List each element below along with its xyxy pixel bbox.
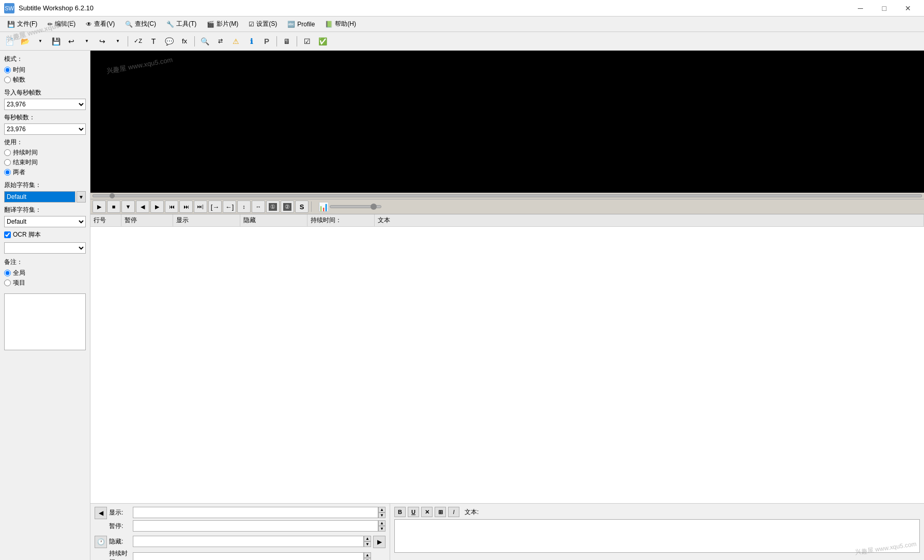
hide-time-input[interactable] [133, 536, 364, 547]
sub-out-button[interactable]: ←] [223, 200, 236, 213]
check2-button[interactable]: ✅ [315, 35, 330, 48]
show-time-down[interactable]: ▼ [378, 512, 386, 518]
show-time-spinner: ▲ ▼ [378, 507, 386, 518]
step-down-button[interactable]: ▼ [121, 200, 135, 213]
menu-movie[interactable]: 🎬 影片(M) [202, 18, 243, 30]
prev-frame-icon: ◀ [141, 204, 145, 210]
open-dropdown-icon: ▼ [38, 39, 42, 43]
notes-textarea[interactable] [4, 293, 86, 350]
undo-dropdown-button[interactable]: ▼ [80, 35, 94, 48]
fast-forward-button[interactable]: ⏭ [179, 200, 193, 213]
hide-time-up[interactable]: ▲ [364, 536, 371, 541]
end-button[interactable]: ⏭| [194, 200, 207, 213]
prev-sub-button[interactable]: ◀ [95, 507, 107, 519]
clock-button[interactable]: 🕐 [95, 536, 107, 548]
play-button[interactable]: ▶ [93, 200, 106, 213]
pause-time-input[interactable] [133, 520, 378, 532]
menu-tools[interactable]: 🔧 工具(T) [161, 18, 202, 30]
next-sub-button[interactable]: ▶ [373, 536, 386, 548]
menu-edit[interactable]: ✏ 编辑(E) [42, 18, 81, 30]
p-button[interactable]: P [259, 35, 274, 48]
charset-arrow[interactable]: ▼ [76, 191, 86, 203]
spell-check-button[interactable]: ✓Z [131, 35, 145, 48]
menu-find[interactable]: 🔍 查找(C) [120, 18, 161, 30]
edit-icon: ✏ [48, 21, 53, 28]
warning-button[interactable]: ⚠ [228, 35, 243, 48]
mark1-button[interactable]: ① [266, 200, 280, 213]
radio-frames[interactable]: 帧数 [4, 75, 86, 84]
comments-button[interactable]: 💬 [162, 35, 176, 48]
show-time-input[interactable] [133, 507, 378, 518]
ocr-select[interactable] [4, 242, 86, 254]
minimize-button[interactable]: ─ [849, 0, 872, 17]
show-time-up[interactable]: ▲ [378, 507, 386, 512]
delete-format-button[interactable]: ✕ [421, 507, 433, 517]
menu-view[interactable]: 👁 查看(V) [81, 18, 120, 30]
monitor-button[interactable]: 🖥 [280, 35, 294, 48]
snap-button[interactable]: S [295, 200, 309, 213]
prev-frame-button[interactable]: ◀ [136, 200, 149, 213]
main-layout: 兴趣屋 www.xqu5.com 模式： 时间 帧数 导入每秒帧数 23,976… [0, 51, 924, 560]
contract-sub-button[interactable]: ↔ [252, 200, 265, 213]
trans-charset-select[interactable]: Default [4, 216, 86, 227]
pause-time-row: 暂停: ▲ ▼ [109, 520, 386, 532]
check1-button[interactable]: ☑ [300, 35, 314, 48]
radio-endtime[interactable]: 结束时间 [4, 158, 86, 167]
rewind-icon: ⏮ [169, 204, 175, 210]
fx-button[interactable]: fx [177, 35, 192, 48]
charset-selected[interactable]: Default [4, 191, 75, 203]
expand-sub-button[interactable]: ↕ [237, 200, 251, 213]
bold-icon: B [398, 509, 402, 515]
progress-track[interactable] [93, 194, 922, 197]
col-header-hide: 隐藏 [240, 214, 307, 226]
rewind-button[interactable]: ⏮ [165, 200, 178, 213]
ocr-checkbox[interactable] [4, 231, 11, 238]
open-dropdown-button[interactable]: ▼ [33, 35, 48, 48]
bold-button[interactable]: B [394, 507, 406, 517]
tools-icon: 🔧 [166, 21, 174, 28]
menu-file[interactable]: 💾 文件(F) [2, 18, 42, 30]
fps-select[interactable]: 23,976 [4, 123, 86, 135]
underline-button[interactable]: U [408, 507, 419, 517]
translate-button[interactable]: T [146, 35, 161, 48]
table-format-button[interactable]: ⊞ [435, 507, 446, 517]
redo-icon: ↪ [99, 37, 105, 45]
subtitle-body [90, 227, 924, 503]
undo-button[interactable]: ↩ [64, 35, 79, 48]
radio-project[interactable]: 项目 [4, 278, 86, 287]
next-frame-button[interactable]: ▶ [150, 200, 164, 213]
menu-help[interactable]: 📗 帮助(H) [320, 18, 361, 30]
pause-time-up[interactable]: ▲ [378, 520, 386, 526]
duration-input-group: ▲ ▼ [133, 552, 371, 560]
redo-button[interactable]: ↪ [95, 35, 110, 48]
info-button[interactable]: ℹ [244, 35, 258, 48]
duration-time-up[interactable]: ▲ [364, 552, 371, 558]
save-button[interactable]: 💾 [49, 35, 63, 48]
radio-both[interactable]: 两者 [4, 168, 86, 177]
close-button[interactable]: ✕ [896, 0, 920, 17]
menu-profile[interactable]: 🔤 Profile [282, 19, 320, 30]
progress-thumb[interactable] [110, 193, 115, 198]
fps-import-select[interactable]: 23,976 [4, 99, 86, 110]
volume-slider[interactable] [330, 205, 381, 208]
replace-button[interactable]: ⇄ [213, 35, 227, 48]
maximize-button[interactable]: □ [872, 0, 896, 17]
radio-time[interactable]: 时间 [4, 66, 86, 74]
sub-in-button[interactable]: [→ [208, 200, 222, 213]
find-icon: 🔍 [125, 21, 133, 28]
search-button[interactable]: 🔍 [197, 35, 212, 48]
pause-time-down[interactable]: ▼ [378, 526, 386, 532]
volume-thumb[interactable] [371, 204, 377, 210]
open-button[interactable]: 📂 [18, 35, 32, 48]
hide-time-down[interactable]: ▼ [364, 541, 371, 547]
new-file-button[interactable]: 📄 [2, 35, 17, 48]
radio-global[interactable]: 全局 [4, 269, 86, 277]
stop-button[interactable]: ■ [107, 200, 120, 213]
subtitle-text-input[interactable] [394, 519, 920, 553]
duration-time-input[interactable] [133, 552, 364, 560]
mark2-button[interactable]: ② [281, 200, 294, 213]
italic-button[interactable]: I [448, 507, 459, 517]
menu-settings[interactable]: ☑ 设置(S) [243, 18, 282, 30]
redo-dropdown-button[interactable]: ▼ [111, 35, 125, 48]
radio-duration[interactable]: 持续时间 [4, 148, 86, 157]
